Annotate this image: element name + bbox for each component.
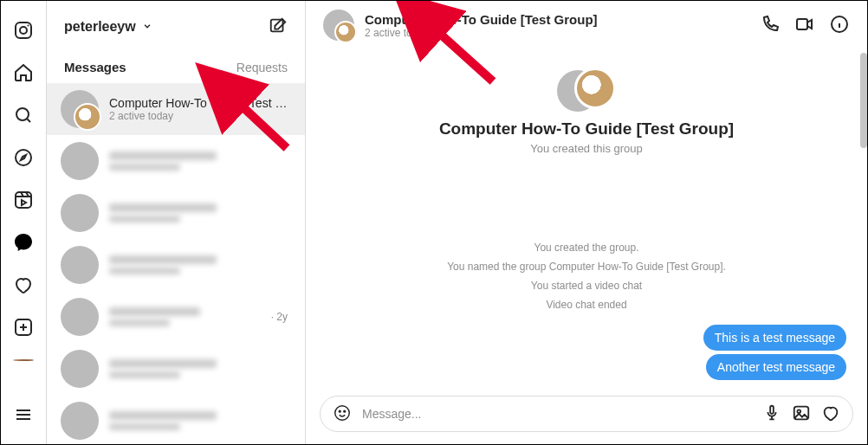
svg-point-15 bbox=[797, 410, 800, 413]
system-message: You named the group Computer How-To Guid… bbox=[447, 261, 726, 273]
thread-avatar bbox=[61, 90, 99, 128]
video-call-icon[interactable] bbox=[794, 14, 815, 37]
thread-title: Computer How-To Guide [Test Group] bbox=[109, 96, 288, 110]
info-icon[interactable] bbox=[829, 14, 850, 37]
explore-icon[interactable] bbox=[13, 147, 34, 168]
svg-point-2 bbox=[28, 25, 29, 27]
svg-rect-0 bbox=[16, 23, 31, 38]
svg-rect-13 bbox=[770, 405, 774, 413]
svg-point-4 bbox=[16, 150, 31, 165]
sent-messages: This is a test messageAnother test messa… bbox=[703, 325, 846, 380]
thread-list: Computer How-To Guide [Test Group]2 acti… bbox=[47, 83, 305, 444]
inbox-header: peterleeyw bbox=[47, 1, 305, 53]
image-icon[interactable] bbox=[792, 403, 811, 425]
nav-rail bbox=[1, 1, 46, 444]
like-icon[interactable] bbox=[821, 403, 840, 425]
thread-time: · 2y bbox=[271, 311, 288, 323]
account-switcher[interactable]: peterleeyw bbox=[64, 19, 136, 35]
create-icon[interactable] bbox=[13, 317, 34, 338]
thread-avatar bbox=[61, 350, 99, 388]
reels-icon[interactable] bbox=[13, 190, 34, 210]
svg-rect-5 bbox=[16, 192, 31, 208]
group-name: Computer How-To Guide [Test Group] bbox=[439, 119, 734, 139]
search-icon[interactable] bbox=[13, 105, 34, 126]
chevron-down-icon[interactable] bbox=[141, 20, 153, 35]
thread-subtitle: 2 active today bbox=[109, 110, 288, 122]
thread-item[interactable] bbox=[47, 395, 305, 444]
system-messages: You created the group.You named the grou… bbox=[447, 242, 726, 311]
chat-header-avatar[interactable] bbox=[323, 10, 354, 41]
svg-point-1 bbox=[20, 27, 27, 34]
sent-message[interactable]: This is a test message bbox=[703, 325, 846, 351]
system-message: You started a video chat bbox=[531, 280, 642, 292]
home-icon[interactable] bbox=[13, 62, 34, 83]
chat-body: Computer How-To Guide [Test Group] You c… bbox=[306, 49, 867, 387]
thread-item[interactable]: Computer How-To Guide [Test Group]2 acti… bbox=[47, 83, 305, 135]
svg-point-3 bbox=[16, 108, 29, 120]
voice-icon[interactable] bbox=[762, 403, 781, 425]
chat-panel: Computer How-To Guide [Test Group] 2 act… bbox=[306, 1, 867, 444]
thread-avatar bbox=[61, 246, 99, 284]
group-subtitle: You created this group bbox=[530, 142, 643, 155]
group-avatar bbox=[557, 70, 616, 109]
svg-point-11 bbox=[339, 410, 340, 412]
profile-avatar[interactable] bbox=[13, 359, 34, 361]
sent-message[interactable]: Another test message bbox=[706, 354, 846, 380]
system-message: Video chat ended bbox=[546, 299, 626, 311]
tab-requests[interactable]: Requests bbox=[236, 61, 288, 74]
thread-item[interactable]: · 2y bbox=[47, 291, 305, 343]
thread-avatar bbox=[61, 142, 99, 180]
inbox-tabs: Messages Requests bbox=[47, 53, 305, 83]
chat-subtitle: 2 active today bbox=[365, 27, 598, 39]
thread-avatar bbox=[61, 194, 99, 232]
notifications-icon[interactable] bbox=[13, 274, 34, 295]
tab-messages[interactable]: Messages bbox=[64, 60, 126, 74]
message-composer bbox=[320, 396, 853, 432]
message-input[interactable] bbox=[362, 407, 752, 421]
svg-rect-8 bbox=[797, 19, 807, 29]
messenger-icon[interactable] bbox=[13, 232, 34, 253]
chat-header: Computer How-To Guide [Test Group] 2 act… bbox=[306, 1, 867, 49]
svg-point-10 bbox=[335, 405, 350, 420]
system-message: You created the group. bbox=[534, 242, 639, 254]
thread-item[interactable] bbox=[47, 135, 305, 187]
thread-item[interactable] bbox=[47, 239, 305, 291]
compose-icon[interactable] bbox=[269, 16, 288, 38]
thread-avatar bbox=[61, 298, 99, 336]
instagram-icon[interactable] bbox=[13, 20, 34, 41]
thread-avatar bbox=[61, 402, 99, 440]
thread-item[interactable] bbox=[47, 187, 305, 239]
chat-title[interactable]: Computer How-To Guide [Test Group] bbox=[365, 12, 598, 27]
svg-point-12 bbox=[344, 410, 346, 412]
inbox-panel: peterleeyw Messages Requests Computer Ho… bbox=[46, 1, 306, 444]
audio-call-icon[interactable] bbox=[760, 14, 781, 37]
thread-item[interactable] bbox=[47, 343, 305, 395]
menu-icon[interactable] bbox=[13, 404, 34, 425]
emoji-icon[interactable] bbox=[333, 403, 352, 425]
